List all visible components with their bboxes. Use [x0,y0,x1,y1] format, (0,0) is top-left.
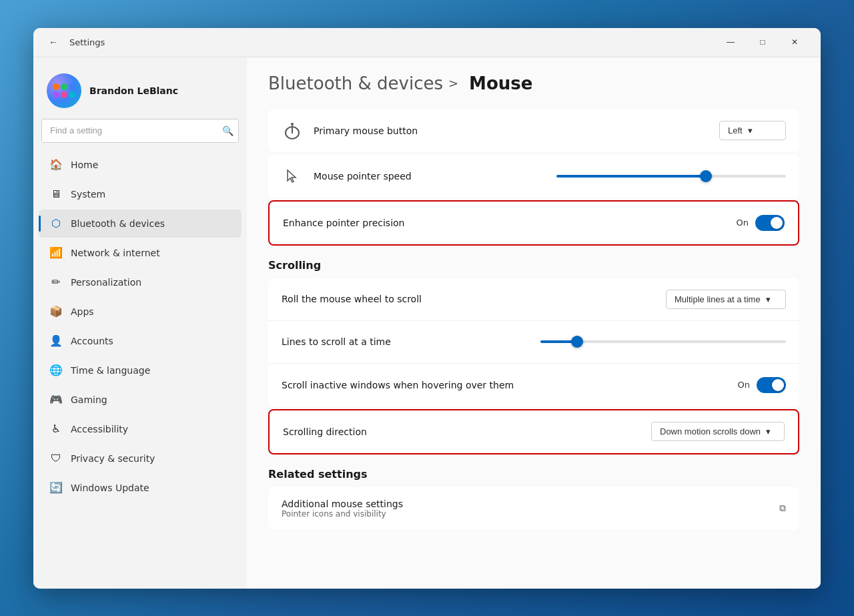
sidebar-item-label: Home [71,160,98,170]
pointer-speed-label: Mouse pointer speed [314,171,543,182]
pointer-speed-track [556,175,786,178]
chevron-down-icon: ▾ [748,125,753,135]
lines-scroll-row: Lines to scroll at a time [268,321,799,364]
breadcrumb-parent: Bluetooth & devices [268,73,443,93]
system-icon: 🖥 [49,188,63,201]
home-icon: 🏠 [49,158,63,172]
external-link-icon: ⧉ [779,503,786,514]
primary-mouse-label: Primary mouse button [314,125,719,136]
lines-scroll-thumb[interactable] [571,336,583,348]
scrolling-card: Roll the mouse wheel to scroll Multiple … [268,278,799,406]
close-button[interactable]: ✕ [779,31,810,53]
main-content: Bluetooth & devices > Mouse Primary [247,57,821,589]
additional-mouse-label: Additional mouse settings [282,499,779,509]
window-controls: — □ ✕ [715,31,810,53]
avatar [47,73,81,108]
roll-wheel-dropdown[interactable]: Multiple lines at a time ▾ [666,290,786,309]
sidebar: Brandon LeBlanc 🔍 🏠 Home 🖥 System ⬡ Blue… [33,57,247,589]
avatar-dot [53,83,59,90]
accessibility-icon: ♿ [49,422,63,436]
primary-mouse-row: Primary mouse button Left ▾ [268,109,799,152]
pointer-precision-row: Enhance pointer precision On [270,202,798,244]
network-icon: 📶 [49,246,63,260]
scroll-inactive-control: On [738,377,786,393]
sidebar-item-label: Gaming [71,394,107,405]
scrolling-direction-label: Scrolling direction [283,426,651,437]
maximize-button[interactable]: □ [747,31,778,53]
sidebar-item-personalization[interactable]: ✏️ Personalization [39,268,242,296]
pointer-precision-label: Enhance pointer precision [283,218,737,228]
roll-wheel-label: Roll the mouse wheel to scroll [282,294,666,304]
scroll-inactive-status: On [738,380,750,390]
sidebar-item-label: Personalization [71,277,141,288]
gaming-icon: 🎮 [49,393,63,406]
time-icon: 🌐 [49,364,63,377]
back-button[interactable]: ← [44,33,63,51]
sidebar-item-bluetooth[interactable]: ⬡ Bluetooth & devices [39,210,242,238]
avatar-dot [53,91,59,98]
scrolling-direction-dropdown[interactable]: Down motion scrolls down ▾ [651,422,785,441]
pointer-speed-slider-container [556,175,786,178]
primary-mouse-card: Primary mouse button Left ▾ [268,109,799,152]
roll-wheel-control: Multiple lines at a time ▾ [666,290,786,309]
avatar-dot [61,83,67,90]
personalization-icon: ✏️ [49,276,63,289]
pointer-speed-thumb[interactable] [700,170,712,182]
sidebar-item-accounts[interactable]: 👤 Accounts [39,327,242,355]
search-box: 🔍 [41,119,239,143]
scroll-inactive-toggle[interactable] [757,377,786,393]
sidebar-item-label: Accessibility [71,424,128,434]
additional-mouse-sublabel: Pointer icons and visibility [282,509,779,519]
sidebar-item-label: Time & language [71,365,150,376]
scrolling-direction-value: Down motion scrolls down [660,426,761,436]
scrolling-direction-card: Scrolling direction Down motion scrolls … [268,409,799,454]
sidebar-item-label: Windows Update [71,483,149,493]
sidebar-item-accessibility[interactable]: ♿ Accessibility [39,415,242,443]
apps-icon: 📦 [49,305,63,318]
window-title: Settings [69,37,105,47]
titlebar: ← Settings — □ ✕ [33,28,821,57]
primary-mouse-control: Left ▾ [719,121,786,140]
search-icon[interactable]: 🔍 [222,125,234,136]
sidebar-item-network[interactable]: 📶 Network & internet [39,239,242,267]
primary-mouse-dropdown[interactable]: Left ▾ [719,121,786,140]
sidebar-item-gaming[interactable]: 🎮 Gaming [39,386,242,414]
minimize-button[interactable]: — [715,31,746,53]
pointer-precision-status: On [737,218,749,228]
related-card: Additional mouse settings Pointer icons … [268,487,799,530]
pointer-speed-row: Mouse pointer speed [268,155,799,198]
scroll-inactive-row: Scroll inactive windows when hovering ov… [268,364,799,406]
scrolling-direction-control: Down motion scrolls down ▾ [651,422,785,441]
sidebar-item-label: Accounts [71,336,113,346]
avatar-dot [69,83,75,90]
update-icon: 🔄 [49,481,63,495]
sidebar-item-label: Network & internet [71,248,160,258]
sidebar-item-system[interactable]: 🖥 System [39,180,242,208]
pointer-precision-toggle[interactable] [755,215,785,231]
privacy-icon: 🛡 [49,452,63,465]
breadcrumb: Bluetooth & devices > Mouse [268,73,799,93]
pointer-icon [282,166,303,187]
bluetooth-icon: ⬡ [49,217,63,230]
active-indicator [39,216,41,232]
avatar-dot [69,91,75,98]
content-area: Brandon LeBlanc 🔍 🏠 Home 🖥 System ⬡ Blue… [33,57,821,589]
sidebar-item-update[interactable]: 🔄 Windows Update [39,474,242,502]
sidebar-item-time[interactable]: 🌐 Time & language [39,356,242,384]
sidebar-item-label: Privacy & security [71,453,155,464]
sidebar-item-apps[interactable]: 📦 Apps [39,298,242,326]
sidebar-item-privacy[interactable]: 🛡 Privacy & security [39,444,242,473]
user-name: Brandon LeBlanc [89,85,178,96]
breadcrumb-current: Mouse [469,73,532,93]
primary-mouse-value: Left [728,125,743,135]
sidebar-item-home[interactable]: 🏠 Home [39,151,242,179]
additional-mouse-row[interactable]: Additional mouse settings Pointer icons … [268,487,799,530]
chevron-down-icon: ▾ [766,294,771,304]
pointer-speed-fill [556,175,706,178]
search-input[interactable] [41,119,239,143]
avatar-dot [61,91,67,98]
sidebar-item-label: Bluetooth & devices [71,218,165,229]
scrolling-section-title: Scrolling [268,259,799,272]
sidebar-item-label: System [71,189,105,200]
svg-point-2 [291,123,294,125]
